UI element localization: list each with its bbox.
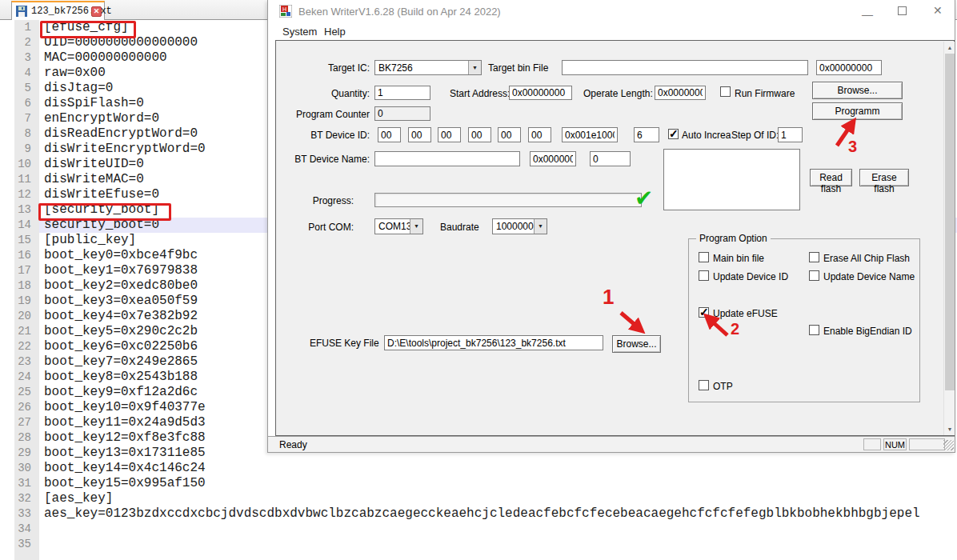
chevron-down-icon[interactable]: ▼ [410,219,422,234]
run-firmware-checkbox[interactable] [720,86,731,97]
line-number: 1 [0,20,35,35]
quantity-input[interactable] [374,86,430,100]
bt-device-name-input[interactable] [374,151,520,166]
progress-label: Progress: [292,195,354,206]
editor-line[interactable]: 31 boot_key15=0x995af150 [0,476,957,491]
bt-id-byte-4[interactable] [498,127,521,142]
menu-help[interactable]: Help [324,26,346,38]
erase-flash-button[interactable]: Erase flash [859,169,909,186]
update-device-name-label: Update Device Name [823,271,915,282]
app-icon: H [279,5,292,18]
bt-id-byte-1[interactable] [408,127,431,142]
minimize-button[interactable]: — [862,8,873,21]
update-device-id-label: Update Device ID [713,271,788,282]
start-address-input[interactable] [509,86,572,100]
menu-bar: System Help [268,22,955,40]
scroll-down-icon[interactable]: ▼ [944,423,955,435]
maximize-button[interactable] [898,6,907,15]
program-counter-input [374,106,430,121]
line-number: 18 [0,278,35,294]
line-number: 6 [0,96,35,111]
saved-file-icon [16,6,27,17]
operate-length-input[interactable] [655,86,706,100]
close-button[interactable]: ✕ [933,4,943,17]
address-box-input[interactable] [816,60,882,75]
bt-id-byte-5[interactable] [528,127,551,142]
chevron-down-icon[interactable]: ▼ [534,219,547,234]
vertical-scrollbar[interactable]: ▲ ▼ [943,42,955,435]
menu-system[interactable]: System [282,26,317,38]
scrollbar-thumb[interactable] [945,54,955,390]
line-number: 4 [0,66,35,81]
bt-device-id-label: BT Device ID: [294,130,370,141]
browse-bin-button[interactable]: Browse... [812,82,903,99]
editor-line[interactable]: 35 [0,537,957,552]
line-number: 34 [0,522,35,537]
svg-text:H: H [282,6,286,12]
browse-efuse-button[interactable]: Browse... [612,335,661,353]
step-of-id-label: Step Of ID: [731,130,779,141]
quantity-label: Quantity: [294,88,370,99]
enable-bigendian-id-label: Enable BigEndian ID [823,326,912,337]
otp-checkbox[interactable] [699,380,709,390]
bt-id-byte-3[interactable] [468,127,491,142]
auto-increa-checkbox[interactable] [668,129,679,139]
editor-line[interactable]: 33 aes_key=0123bzdxccdxcbcjdvdscdbxdvbwc… [0,506,957,522]
line-number: 20 [0,309,35,324]
main-bin-file-label: Main bin file [713,253,764,264]
line-number: 17 [0,263,35,278]
efuse-key-file-input[interactable] [384,335,603,350]
start-address-label: Start Address: [450,88,510,99]
enable-bigendian-id-checkbox[interactable] [809,325,819,335]
tab-close-icon[interactable]: ✕ [91,6,102,17]
baudrate-dropdown[interactable]: 1000000 ▼ [492,218,547,234]
target-bin-file-input[interactable] [562,60,808,75]
status-cell [863,438,881,450]
programm-button[interactable]: Programm [812,102,903,120]
auto-increa-label: Auto Increa [682,130,731,141]
device-info-box [663,149,800,210]
line-number: 27 [0,415,35,430]
editor-line[interactable]: 34 [0,522,957,537]
run-firmware-label: Run Firmware [735,88,795,99]
editor-line[interactable]: 32 [aes_key] [0,491,957,506]
program-option-group: Program Option Main bin file Erase All C… [688,238,920,402]
line-number: 5 [0,81,35,96]
bt-id-byte-0[interactable] [378,127,401,142]
read-flash-button[interactable]: Read flash [810,169,852,186]
update-efuse-checkbox[interactable] [699,307,709,318]
main-bin-file-checkbox[interactable] [699,252,709,262]
bt-id-count-input[interactable] [634,127,659,142]
port-com-dropdown[interactable]: COM13 ▼ [374,218,423,234]
line-text: [aes_key] [39,491,957,506]
line-number: 3 [0,50,35,66]
port-com-label: Port COM: [292,222,354,233]
line-number: 29 [0,446,35,461]
chevron-down-icon[interactable]: ▼ [468,61,481,74]
editor-line[interactable]: 30 boot_key14=0x4c146c24 [0,461,957,476]
resize-grip[interactable] [943,440,954,450]
title-bar[interactable]: H Beken WriterV1.6.28 (Build on Apr 24 2… [268,0,955,22]
line-text: boot_key15=0x995af150 [39,476,957,491]
step-of-id-input[interactable] [778,127,803,142]
update-device-id-checkbox[interactable] [699,270,709,281]
line-number: 28 [0,430,35,446]
line-number: 8 [0,126,35,142]
bt-name-length-input[interactable] [590,151,631,166]
target-ic-dropdown[interactable]: BK7256 ▼ [374,60,482,75]
line-number: 31 [0,476,35,491]
tab-123-bk7256[interactable]: 123_bk7256.txt ✕ [11,1,105,20]
bt-id-address-input[interactable] [562,127,618,142]
status-bar: Ready NUM [268,436,955,452]
line-text: aes_key=0123bzdxccdxcbcjdvdscdbxdvbwclbz… [39,506,957,522]
scroll-up-icon[interactable]: ▲ [944,42,955,54]
update-device-name-checkbox[interactable] [809,270,819,281]
bt-name-address-input[interactable] [530,151,576,166]
progress-bar [374,193,642,207]
bt-id-byte-2[interactable] [438,127,461,142]
erase-all-chip-flash-checkbox[interactable] [809,252,819,262]
status-text: Ready [279,439,307,450]
window-title: Beken WriterV1.6.28 (Build on Apr 24 202… [298,6,501,18]
target-bin-label: Target bin File [488,62,548,74]
line-number: 33 [0,506,35,522]
